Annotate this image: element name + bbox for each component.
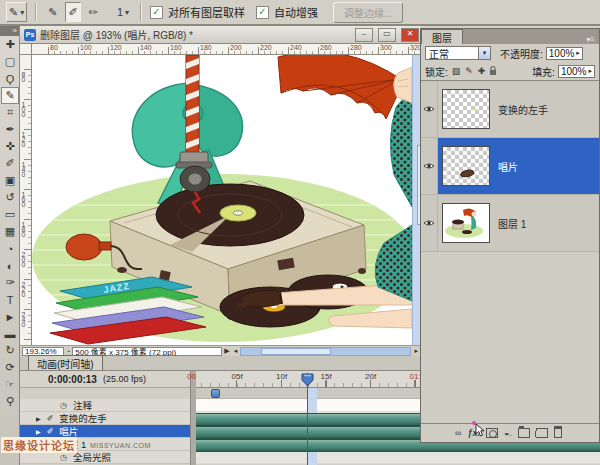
ruler-tick-label: 100: [80, 44, 92, 51]
status-menu-arrow-icon[interactable]: ▶: [222, 347, 231, 355]
playhead-marker[interactable]: [300, 372, 315, 387]
layer-name[interactable]: 变换的左手: [498, 102, 548, 117]
canvas[interactable]: JAZZ: [32, 55, 412, 345]
opacity-label: 不透明度:: [500, 46, 543, 61]
lock-position-icon[interactable]: ✚: [478, 66, 486, 76]
timeline-time-display: 0:00:00:13 (25.00 fps): [20, 371, 190, 388]
link-layers-icon[interactable]: ∞: [455, 428, 461, 438]
tool-brush-icon[interactable]: ✐: [1, 155, 19, 172]
tool-spot-healing-icon[interactable]: ✜: [1, 138, 19, 155]
layer-name[interactable]: 图层 1: [498, 216, 526, 231]
vertical-scrollbar[interactable]: [412, 55, 420, 345]
fill-field[interactable]: 100% ▸: [558, 65, 595, 78]
tool-orbit-3d-icon[interactable]: ⟳: [1, 359, 19, 376]
tool-quick-selection-icon[interactable]: ✎: [1, 87, 19, 104]
document-title-bar[interactable]: Ps 删除图层 @ 193% (唱片, RGB/8) * – ▭ ✕: [20, 26, 420, 44]
chevron-down-icon: ▾: [478, 47, 490, 59]
tab-layers[interactable]: 图层: [421, 29, 463, 44]
eye-icon: [423, 219, 435, 227]
lock-transparency-icon[interactable]: ▨: [452, 66, 461, 76]
adjustment-layer-icon[interactable]: ◒.: [504, 428, 512, 438]
tool-lasso-icon[interactable]: Ϙ: [1, 70, 19, 87]
refine-edge-button: 调整边缘...: [333, 2, 403, 23]
blend-mode-select[interactable]: 正常 ▾: [425, 46, 491, 60]
layer-row-record[interactable]: 唱片: [421, 138, 599, 195]
document-title: 删除图层 @ 193% (唱片, RGB/8) *: [40, 27, 351, 42]
add-to-selection-brush-button[interactable]: ✐: [65, 2, 80, 22]
track-row-left-hand[interactable]: ▶ ✐ 变换的左手: [20, 412, 190, 425]
tool-zoom-icon[interactable]: ⚲: [1, 393, 19, 410]
layer-row-layer1[interactable]: 图层 1: [421, 195, 599, 252]
auto-enhance-checkbox[interactable]: ✓: [256, 6, 269, 19]
tool-clone-stamp-icon[interactable]: ▣: [1, 172, 19, 189]
layer-visibility-toggle[interactable]: [421, 195, 438, 251]
work-area-start-marker[interactable]: [211, 389, 220, 398]
stopwatch-icon[interactable]: ◷: [60, 401, 67, 410]
ruler-tick-label: 100: [20, 101, 27, 116]
tool-blur-icon[interactable]: ◔: [1, 240, 19, 257]
scroll-right-icon[interactable]: ▸: [412, 347, 420, 355]
new-layer-icon[interactable]: [536, 428, 548, 438]
tool-preset-picker[interactable]: ✎ ▾: [6, 2, 27, 22]
subtract-from-selection-brush-button[interactable]: ✏: [86, 2, 101, 22]
expander-icon[interactable]: ▶: [36, 428, 41, 435]
tool-history-brush-icon[interactable]: ↺: [1, 189, 19, 206]
layer-group-icon[interactable]: [518, 428, 530, 438]
layer-thumbnail[interactable]: [442, 146, 490, 186]
tool-eyedropper-icon[interactable]: ✒: [1, 121, 19, 138]
status-options-icon[interactable]: ◔: [64, 348, 72, 355]
watermark-url: MISSYUAN.COM: [90, 442, 151, 449]
layer-visibility-toggle[interactable]: [421, 81, 438, 137]
layer-name[interactable]: 唱片: [498, 159, 518, 174]
layer-row-left-hand[interactable]: 变换的左手: [421, 81, 599, 138]
ruler-origin-box[interactable]: [20, 44, 32, 55]
tool-rect-marquee-icon[interactable]: ▢: [1, 53, 19, 70]
horizontal-scrollbar[interactable]: [240, 347, 411, 356]
slider-arrow-icon[interactable]: ▸: [588, 67, 592, 75]
timeline-frame-label: 10f: [276, 372, 302, 381]
stopwatch-icon[interactable]: ◷: [60, 453, 67, 462]
tool-dodge-icon[interactable]: ◐: [1, 257, 19, 274]
tool-rotate-3d-icon[interactable]: ↻: [1, 342, 19, 359]
brush-size-picker[interactable]: 1 ▾: [114, 2, 132, 22]
maximize-button[interactable]: ▭: [378, 28, 396, 42]
opacity-field[interactable]: 100% ▸: [546, 47, 583, 60]
horizontal-ruler[interactable]: 80100120140160180200220240260280300320: [32, 44, 420, 55]
layer-thumbnail[interactable]: [442, 89, 490, 129]
close-button[interactable]: ✕: [401, 28, 419, 42]
slider-arrow-icon[interactable]: ▸: [576, 49, 580, 57]
scrollbar-thumb[interactable]: [261, 348, 331, 355]
tool-move-icon[interactable]: ✚: [1, 36, 19, 53]
tool-eraser-icon[interactable]: ▭: [1, 206, 19, 223]
divider: [140, 3, 142, 21]
delete-layer-icon[interactable]: [554, 428, 562, 438]
sample-all-layers-checkbox[interactable]: ✓: [150, 6, 163, 19]
scroll-left-icon[interactable]: ◂: [232, 347, 240, 355]
expander-icon[interactable]: ▶: [36, 415, 41, 422]
track-lane-global-lighting[interactable]: [196, 451, 600, 464]
tool-shape-icon[interactable]: ▬: [1, 325, 19, 342]
layer-mask-icon[interactable]: [486, 428, 498, 438]
minimize-button[interactable]: –: [355, 28, 373, 42]
new-selection-brush-button[interactable]: ✎: [45, 2, 60, 22]
tab-animation-timeline[interactable]: 动画(时间轴): [28, 355, 103, 370]
layer-thumbnail[interactable]: [442, 203, 490, 243]
tool-path-select-icon[interactable]: ►: [1, 308, 19, 325]
tool-type-icon[interactable]: T: [1, 291, 19, 308]
quick-selection-tool-icon: ✎: [9, 6, 18, 19]
vertical-ruler[interactable]: 80100120140160180200220240: [20, 55, 32, 345]
timeline-frame-label: 15f: [321, 372, 347, 381]
tool-gradient-icon[interactable]: ▦: [1, 223, 19, 240]
track-name: 变换的左手: [59, 411, 107, 425]
lock-pixels-icon[interactable]: ✎: [465, 66, 473, 76]
lock-label: 锁定:: [425, 64, 448, 79]
tool-crop-icon[interactable]: ⌗: [1, 104, 19, 121]
panel-collapse-icon[interactable]: »: [0, 26, 19, 36]
divider: [35, 3, 37, 21]
lock-all-icon[interactable]: [489, 66, 497, 76]
panel-menu-icon[interactable]: ▾≡: [586, 35, 599, 44]
layer-track-icon: ✐: [47, 414, 54, 423]
tool-pen-icon[interactable]: ✑: [1, 274, 19, 291]
tool-hand-icon[interactable]: ☞: [1, 376, 19, 393]
layer-visibility-toggle[interactable]: [421, 138, 438, 194]
